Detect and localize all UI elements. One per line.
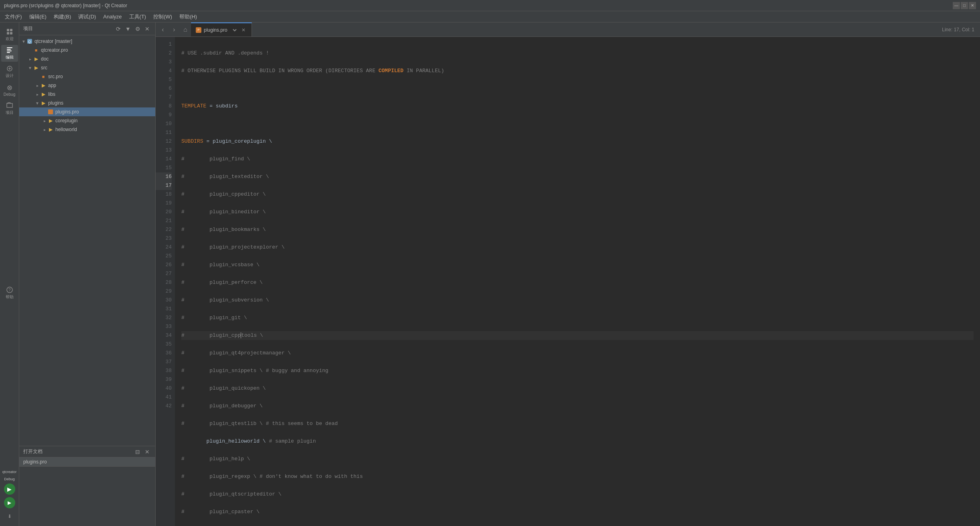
arrow-qtcreator: ▼ [21, 38, 26, 44]
ln-42: 42 [156, 402, 172, 411]
menu-control[interactable]: 控制(W) [150, 12, 175, 22]
project-panel-title: 项目 [23, 25, 33, 32]
tree-item-src[interactable]: ▼ ▶ src [19, 63, 155, 72]
menu-debug[interactable]: 调试(D) [75, 12, 99, 22]
svg-rect-0 [7, 29, 9, 31]
sync-button[interactable]: ⟳ [114, 25, 122, 33]
open-files-panel: 打开文档 ⊟ ✕ plugins.pro [19, 446, 155, 526]
tree-item-qtcreator[interactable]: ▼ Q qtcreator [master] [19, 37, 155, 46]
arrow-src: ▼ [27, 65, 33, 71]
code-content[interactable]: # USE .subdir AND .depends ! # OTHERWISE… [175, 37, 980, 526]
minimize-button[interactable]: — [953, 2, 960, 9]
tab-close-button[interactable]: ✕ [240, 27, 247, 33]
qtcreator-pro-icon: ■ [33, 47, 39, 53]
code-line-20: # plugin_quickopen \ [181, 384, 974, 393]
tab-home-button[interactable]: ⌂ [180, 22, 191, 36]
open-file-item[interactable]: plugins.pro [19, 457, 155, 467]
code-line-12: # plugin_projectexplorer \ [181, 243, 974, 252]
design-icon [6, 65, 13, 72]
filter-button[interactable]: ▼ [124, 25, 132, 33]
split-button[interactable]: ⊟ [134, 448, 142, 456]
tree-item-doc[interactable]: ▸ ▶ doc [19, 55, 155, 63]
code-line-9: # plugin_cppeditor \ [181, 190, 974, 199]
code-line-24: # plugin_help \ [181, 455, 974, 463]
ln-3: 3 [156, 58, 172, 67]
ln-40: 40 [156, 384, 172, 393]
tab-dropdown[interactable]: ▾ [230, 26, 238, 34]
sidebar-project[interactable]: 项目 [1, 100, 18, 117]
menu-file[interactable]: 文件(F) [2, 12, 25, 22]
code-text-26: # plugin_qtscripteditor \ [181, 490, 282, 499]
code-line-18: # plugin_qt4projectmanager \ [181, 349, 974, 358]
code-line-25: # plugin_regexp \ # don't know what to d… [181, 472, 974, 481]
step-into-button[interactable]: ⬇ [4, 511, 15, 522]
debug-label: Debug [4, 92, 15, 97]
menu-build[interactable]: 构建(B) [51, 12, 74, 22]
code-line-8: # plugin_texteditor \ [181, 172, 974, 181]
ln-17: 17 [156, 181, 172, 190]
sidebar-help[interactable]: ? 帮助 [1, 285, 18, 301]
ln-26: 26 [156, 261, 172, 269]
tree-item-helloworld[interactable]: ▸ ▶ helloworld [19, 125, 155, 134]
title-bar: plugins.pro (src\plugins @ qtcreator) [m… [0, 0, 980, 11]
close-button[interactable]: ✕ [969, 2, 976, 9]
help-icon: ? [6, 286, 13, 293]
tree-item-src-pro[interactable]: ▸ ■ src.pro [19, 72, 155, 81]
sidebar-design[interactable]: 设计 [1, 63, 18, 80]
main-layout: 欢迎 编辑 设计 Debug [0, 22, 980, 526]
src-pro-icon: ■ [40, 73, 47, 80]
tree-item-qtcreator-pro[interactable]: ▸ ■ qtcreator.pro [19, 46, 155, 55]
tree-label-src-pro: src.pro [48, 74, 63, 79]
maximize-button[interactable]: □ [961, 2, 968, 9]
open-file-name: plugins.pro [23, 459, 47, 465]
menu-help[interactable]: 帮助(H) [176, 12, 200, 22]
menu-analyze[interactable]: Analyze [100, 12, 125, 21]
tab-forward-button[interactable]: › [168, 22, 180, 36]
tree-item-app[interactable]: ▸ ▶ app [19, 81, 155, 90]
code-text-19: # plugin_snippets \ # buggy and annoying [181, 366, 329, 375]
tab-file-icon: P [196, 27, 201, 33]
ln-35: 35 [156, 340, 172, 349]
menu-tools[interactable]: 工具(T) [126, 12, 150, 22]
ln-38: 38 [156, 366, 172, 375]
tree-item-libs[interactable]: ▸ ▶ libs [19, 90, 155, 99]
menu-edit[interactable]: 编辑(E) [26, 12, 50, 22]
editor-area: ‹ › ⌂ P plugins.pro ▾ ✕ Line: 17, Col: 1… [156, 22, 980, 526]
arrow-doc: ▸ [27, 56, 33, 62]
tree-item-coreplugin[interactable]: ▸ ▶ coreplugin [19, 116, 155, 125]
code-text-20: # plugin_quickopen \ [181, 384, 266, 393]
code-text-18: # plugin_qt4projectmanager \ [181, 349, 291, 358]
settings-button[interactable]: ⚙ [134, 25, 142, 33]
svg-rect-3 [10, 32, 12, 34]
ln-19: 19 [156, 199, 172, 208]
ln-30: 30 [156, 296, 172, 305]
sidebar-edit[interactable]: 编辑 [1, 45, 18, 62]
close-panel-button[interactable]: ✕ [143, 25, 151, 33]
svg-rect-1 [10, 29, 12, 31]
run-button[interactable]: ▶ [4, 484, 15, 495]
tree-item-plugins[interactable]: ▼ ▶ plugins [19, 99, 155, 107]
ln-11: 11 [156, 128, 172, 137]
tree-label-plugins-pro: plugins.pro [55, 109, 79, 115]
sidebar-welcome[interactable]: 欢迎 [1, 26, 18, 43]
code-text-27: # plugin_cpaster \ [181, 508, 260, 516]
help-label: 帮助 [6, 294, 14, 300]
close-open-files-button[interactable]: ✕ [143, 448, 151, 456]
run-mode-label: Debug [4, 477, 15, 481]
code-text-6b: = plugin_coreplugin \ [203, 137, 272, 146]
line-col-text: Line: 17, Col: 1 [942, 27, 974, 32]
code-text-14: # plugin_perforce \ [181, 278, 263, 287]
ln-29: 29 [156, 287, 172, 296]
code-text-1: # USE .subdir AND .depends ! [181, 49, 269, 58]
ln-27: 27 [156, 269, 172, 278]
svg-rect-6 [7, 51, 12, 51]
tree-item-plugins-pro[interactable]: ▸ plugins.pro [19, 107, 155, 116]
tab-back-button[interactable]: ‹ [157, 22, 168, 36]
tab-plugins-pro[interactable]: P plugins.pro ▾ ✕ [191, 22, 252, 36]
debug-run-button[interactable]: ▶ [4, 497, 15, 508]
code-line-10: # plugin_bineditor \ [181, 208, 974, 216]
code-line-13: # plugin_vcsbase \ [181, 261, 974, 269]
code-text-16: # plugin_git \ [181, 314, 247, 322]
sidebar-debug[interactable]: Debug [1, 82, 18, 99]
tree-label-helloworld: helloworld [55, 127, 77, 132]
